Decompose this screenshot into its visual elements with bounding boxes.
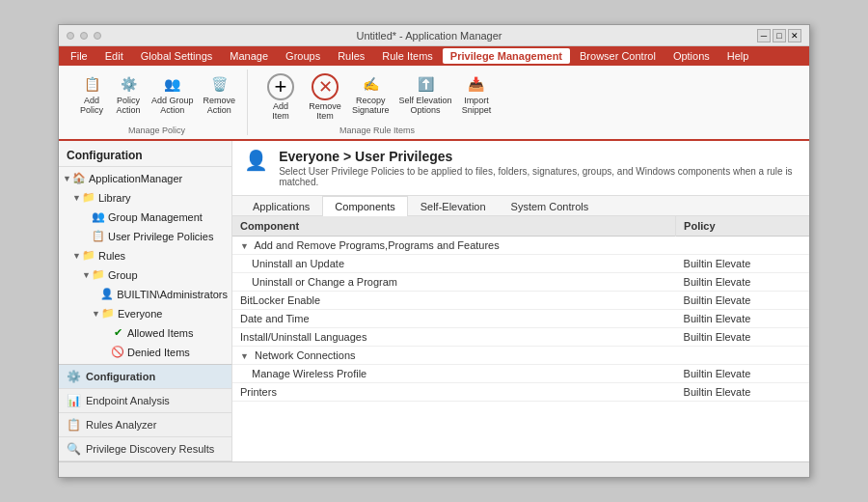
tab-components[interactable]: Components: [322, 196, 407, 216]
table-row[interactable]: Printers Builtin Elevate: [232, 382, 809, 401]
add-group-action-button[interactable]: 👥 Add GroupAction: [148, 71, 198, 118]
nav-endpoint-analysis[interactable]: 📊 Endpoint Analysis: [59, 389, 231, 413]
ribbon-policy-buttons: 📋 AddPolicy ⚙️ PolicyAction 👥 Add GroupA…: [74, 70, 239, 124]
tree-item-group[interactable]: ▼ 📁 Group: [59, 265, 231, 285]
tree-item-allowed[interactable]: ✔ Allowed Items: [59, 323, 231, 343]
tree-item-rules[interactable]: ▼ 📁 Rules: [59, 246, 231, 265]
allowed-icon: ✔: [111, 326, 124, 340]
policy-cell: Builtin Elevate: [676, 254, 809, 272]
minimize-button[interactable]: ─: [757, 29, 771, 42]
component-cell: BitLocker Enable: [232, 291, 676, 309]
close-button[interactable]: ✕: [788, 29, 801, 42]
tree-item-group-mgmt[interactable]: 👥 Group Management: [59, 208, 231, 227]
page-header: 👤 Everyone > User Privileges Select User…: [232, 141, 809, 196]
page-heading: Everyone > User Privileges: [279, 149, 798, 164]
add-item-button[interactable]: + AddItem: [259, 71, 302, 124]
nav-rules-analyzer[interactable]: 📋 Rules Analyzer: [59, 413, 231, 437]
discovery-nav-icon: 🔍: [67, 442, 80, 456]
menu-groups[interactable]: Groups: [278, 48, 328, 64]
policy-cell: [676, 346, 809, 364]
tree-item-denied[interactable]: 🚫 Denied Items: [59, 343, 231, 362]
add-policy-label: AddPolicy: [80, 97, 103, 116]
menu-file[interactable]: File: [63, 48, 95, 64]
ribbon-group-manage-policy: 📋 AddPolicy ⚙️ PolicyAction 👥 Add GroupA…: [67, 70, 248, 135]
table-row[interactable]: BitLocker Enable Builtin Elevate: [232, 291, 809, 309]
title-bar: Untitled* - Application Manager ─ □ ✕: [59, 25, 809, 46]
add-policy-button[interactable]: 📋 AddPolicy: [74, 71, 109, 118]
tab-self-elevation[interactable]: Self-Elevation: [408, 196, 499, 216]
tab-bar: Applications Components Self-Elevation S…: [232, 196, 809, 216]
table-row[interactable]: ▼ Add and Remove Programs,Programs and F…: [232, 236, 809, 254]
component-cell: ▼ Network Connections: [232, 346, 676, 364]
remove-action-button[interactable]: 🗑️ RemoveAction: [200, 71, 240, 118]
remove-item-button[interactable]: ✕ RemoveItem: [304, 71, 346, 124]
menu-edit[interactable]: Edit: [97, 48, 131, 64]
elevation-label: Self ElevationOptions: [399, 97, 452, 116]
tree-item-user-priv-policies[interactable]: 📋 User Privilege Policies: [59, 227, 231, 246]
everyone-icon: 📁: [101, 307, 115, 321]
maximize-button[interactable]: □: [773, 29, 786, 42]
recopy-signature-button[interactable]: ✍️ RecopySignature: [348, 71, 393, 118]
nav-privilege-discovery[interactable]: 🔍 Privilege Discovery Results: [59, 437, 231, 461]
table-area: Component Policy ▼ Add and Remove Progra…: [232, 216, 809, 461]
window-control-circle: [67, 32, 74, 40]
menu-rules[interactable]: Rules: [330, 48, 372, 64]
recopy-icon: ✍️: [360, 73, 381, 95]
expand-icon: ▼: [240, 351, 249, 361]
component-cell: Uninstall or Change a Program: [232, 272, 676, 291]
expand-arrow: ▼: [72, 251, 82, 261]
menu-global-settings[interactable]: Global Settings: [133, 48, 221, 64]
ribbon-rule-items-label: Manage Rule Items: [339, 126, 415, 135]
components-table: Component Policy ▼ Add and Remove Progra…: [232, 216, 809, 402]
add-item-label: AddItem: [272, 102, 289, 122]
menu-help[interactable]: Help: [719, 48, 757, 64]
menu-options[interactable]: Options: [665, 48, 718, 64]
tree-label: Library: [98, 192, 131, 204]
app-manager-icon: 🏠: [72, 172, 86, 185]
menu-privilege-management[interactable]: Privilege Management: [443, 48, 570, 64]
tree-label: ApplicationManager: [89, 173, 182, 184]
page-header-text: Everyone > User Privileges Select User P…: [279, 149, 798, 187]
group-mgmt-icon: 👥: [92, 210, 105, 224]
import-snippet-button[interactable]: 📥 ImportSnippet: [458, 71, 496, 118]
nav-configuration[interactable]: ⚙️ Configuration: [59, 365, 231, 389]
tab-applications[interactable]: Applications: [240, 196, 322, 216]
tree-item-app-manager[interactable]: ▼ 🏠 ApplicationManager: [59, 169, 231, 188]
self-elevation-button[interactable]: ⬆️ Self ElevationOptions: [395, 71, 456, 118]
endpoint-nav-label: Endpoint Analysis: [86, 395, 170, 406]
window-control-circle: [94, 32, 101, 40]
component-cell: Manage Wireless Profile: [232, 364, 676, 382]
policy-cell: Builtin Elevate: [676, 327, 809, 346]
tree-item-library[interactable]: ▼ 📁 Library: [59, 188, 231, 208]
tab-system-controls[interactable]: System Controls: [499, 196, 602, 216]
group-icon: 📁: [92, 268, 105, 282]
denied-icon: 🚫: [111, 346, 124, 359]
menu-manage[interactable]: Manage: [222, 48, 276, 64]
tree-item-builtin[interactable]: 👤 BUILTIN\Administrators: [59, 285, 231, 304]
table-row[interactable]: Manage Wireless Profile Builtin Elevate: [232, 364, 809, 382]
tree-item-everyone[interactable]: ▼ 📁 Everyone: [59, 304, 231, 323]
table-row[interactable]: Uninstall or Change a Program Builtin El…: [232, 272, 809, 291]
expand-arrow: ▼: [82, 270, 92, 280]
import-icon: 📥: [466, 73, 487, 95]
menu-browser-control[interactable]: Browser Control: [572, 48, 664, 64]
rules-nav-label: Rules Analyzer: [86, 419, 156, 431]
policy-cell: [676, 236, 809, 254]
policy-action-button[interactable]: ⚙️ PolicyAction: [111, 71, 146, 118]
menu-rule-items[interactable]: Rule Items: [374, 48, 441, 64]
component-cell: Printers: [232, 382, 676, 401]
table-row[interactable]: Date and Time Builtin Elevate: [232, 309, 809, 327]
table-row[interactable]: ▼ Network Connections: [232, 346, 809, 364]
table-row[interactable]: Install/Uninstall Languages Builtin Elev…: [232, 327, 809, 346]
config-nav-icon: ⚙️: [67, 370, 80, 383]
page-description: Select User Privilege Policies to be app…: [279, 166, 798, 187]
policy-cell: Builtin Elevate: [676, 364, 809, 382]
add-policy-icon: 📋: [81, 73, 102, 95]
policy-cell: Builtin Elevate: [676, 272, 809, 291]
status-bar: [59, 461, 809, 477]
policy-action-label: PolicyAction: [116, 97, 140, 116]
bottom-nav: ⚙️ Configuration 📊 Endpoint Analysis 📋 R…: [59, 364, 232, 461]
app-window: Untitled* - Application Manager ─ □ ✕ Fi…: [58, 24, 810, 478]
add-group-icon: 👥: [162, 73, 183, 95]
table-row[interactable]: Uninstall an Update Builtin Elevate: [232, 254, 809, 272]
